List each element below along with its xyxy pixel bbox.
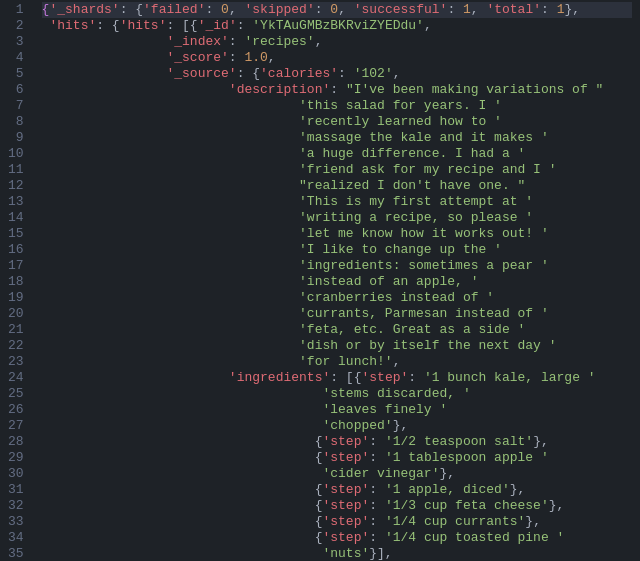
- code-line: 'for lunch!',: [42, 354, 632, 370]
- key-token: 'step': [322, 498, 369, 513]
- code-line: {'step': '1/3 cup feta cheese'},: [42, 498, 632, 514]
- key-token: 'calories': [260, 66, 338, 81]
- punctuation-token: ,: [338, 2, 354, 17]
- code-line: {'step': '1 tablespoon apple ': [42, 450, 632, 466]
- punctuation-token: : {: [237, 66, 260, 81]
- punctuation-token: ,: [471, 2, 487, 17]
- code-line: 'a huge difference. I had a ': [42, 146, 632, 162]
- line-number: 20: [8, 306, 24, 322]
- line-number: 3: [8, 34, 24, 50]
- line-number: 34: [8, 530, 24, 546]
- punctuation-token: :: [229, 34, 245, 49]
- code-line: 'ingredients: sometimes a pear ': [42, 258, 632, 274]
- punctuation-token: ,: [229, 2, 245, 17]
- string-token: 'writing a recipe, so please ': [42, 210, 533, 225]
- line-number: 10: [8, 146, 24, 162]
- line-number: 1: [8, 2, 24, 18]
- string-token: 'ingredients: sometimes a pear ': [42, 258, 549, 273]
- punctuation-token: {: [42, 514, 323, 529]
- code-line: 'nuts'}],: [42, 546, 632, 561]
- line-number: 9: [8, 130, 24, 146]
- code-line: "realized I don't have one. ": [42, 178, 632, 194]
- string-token: 'massage the kale and it makes ': [42, 130, 549, 145]
- code-line: 'let me know how it works out! ': [42, 226, 632, 242]
- punctuation-token: :: [338, 66, 354, 81]
- code-line: {'step': '1 apple, diced'},: [42, 482, 632, 498]
- string-token: 'friend ask for my recipe and I ': [42, 162, 557, 177]
- line-number: 29: [8, 450, 24, 466]
- punctuation-token: },: [510, 482, 526, 497]
- punctuation-token: {: [42, 434, 323, 449]
- line-number: 26: [8, 402, 24, 418]
- punctuation-token: },: [564, 2, 580, 17]
- punctuation-token: ,: [393, 354, 401, 369]
- punctuation-token: {: [42, 530, 323, 545]
- punctuation-token: }],: [369, 546, 392, 561]
- key-token: '_index': [42, 34, 229, 49]
- string-token: 'dish or by itself the next day ': [42, 338, 557, 353]
- code-line: {'_shards': {'failed': 0, 'skipped': 0, …: [42, 2, 632, 18]
- punctuation-token: : [{: [330, 370, 361, 385]
- punctuation-token: },: [549, 498, 565, 513]
- punctuation-token: },: [533, 434, 549, 449]
- punctuation-token: :: [447, 2, 463, 17]
- punctuation-token: },: [393, 418, 409, 433]
- punctuation-token: ,: [268, 50, 276, 65]
- string-token: '1/2 teaspoon salt': [385, 434, 533, 449]
- punctuation-token: {: [42, 450, 323, 465]
- key-token: '_id': [198, 18, 237, 33]
- punctuation-token: :: [369, 498, 385, 513]
- code-line: 'ingredients': [{'step': '1 bunch kale, …: [42, 370, 632, 386]
- string-token: '1/4 cup currants': [385, 514, 525, 529]
- string-token: 'feta, etc. Great as a side ': [42, 322, 526, 337]
- number-token: 1.0: [244, 50, 267, 65]
- string-token: 'This is my first attempt at ': [42, 194, 533, 209]
- punctuation-token: ,: [393, 66, 401, 81]
- code-line: '_source': {'calories': '102',: [42, 66, 632, 82]
- line-number: 5: [8, 66, 24, 82]
- key-token: 'hits': [49, 18, 96, 33]
- code-line: 'currants, Parmesan instead of ': [42, 306, 632, 322]
- string-token: 'for lunch!': [42, 354, 393, 369]
- key-token: 'step': [322, 450, 369, 465]
- line-number: 35: [8, 546, 24, 561]
- punctuation-token: :: [315, 2, 331, 17]
- line-number: 6: [8, 82, 24, 98]
- line-number: 24: [8, 370, 24, 386]
- string-token: "I've been making variations of ": [346, 82, 603, 97]
- code-line: 'this salad for years. I ': [42, 98, 632, 114]
- line-number: 32: [8, 498, 24, 514]
- line-number: 21: [8, 322, 24, 338]
- code-area[interactable]: {'_shards': {'failed': 0, 'skipped': 0, …: [34, 0, 640, 561]
- string-token: '1/4 cup toasted pine ': [385, 530, 564, 545]
- code-line: 'dish or by itself the next day ': [42, 338, 632, 354]
- punctuation-token: },: [439, 466, 455, 481]
- string-token: 'cranberries instead of ': [42, 290, 494, 305]
- punctuation-token: },: [525, 514, 541, 529]
- number-token: 0: [221, 2, 229, 17]
- punctuation-token: :: [369, 530, 385, 545]
- line-number: 19: [8, 290, 24, 306]
- code-line: {'step': '1/4 cup currants'},: [42, 514, 632, 530]
- code-line: 'hits': {'hits': [{'_id': 'YkTAuGMBzBKRv…: [42, 18, 632, 34]
- string-token: 'I like to change up the ': [42, 242, 502, 257]
- line-numbers: 1234567891011121314151617181920212223242…: [0, 0, 34, 561]
- punctuation-token: : {: [120, 2, 143, 17]
- punctuation-token: {: [42, 498, 323, 513]
- number-token: 1: [463, 2, 471, 17]
- punctuation-token: :: [369, 514, 385, 529]
- key-token: 'step': [361, 370, 408, 385]
- line-number: 31: [8, 482, 24, 498]
- punctuation-token: : {: [96, 18, 119, 33]
- line-number: 4: [8, 50, 24, 66]
- punctuation-token: :: [237, 18, 253, 33]
- line-number: 25: [8, 386, 24, 402]
- line-number: 13: [8, 194, 24, 210]
- line-number: 11: [8, 162, 24, 178]
- code-line: 'This is my first attempt at ': [42, 194, 632, 210]
- code-line: 'writing a recipe, so please ': [42, 210, 632, 226]
- punctuation-token: ,: [424, 18, 432, 33]
- line-number: 30: [8, 466, 24, 482]
- punctuation-token: :: [408, 370, 424, 385]
- code-line: 'description': "I've been making variati…: [42, 82, 632, 98]
